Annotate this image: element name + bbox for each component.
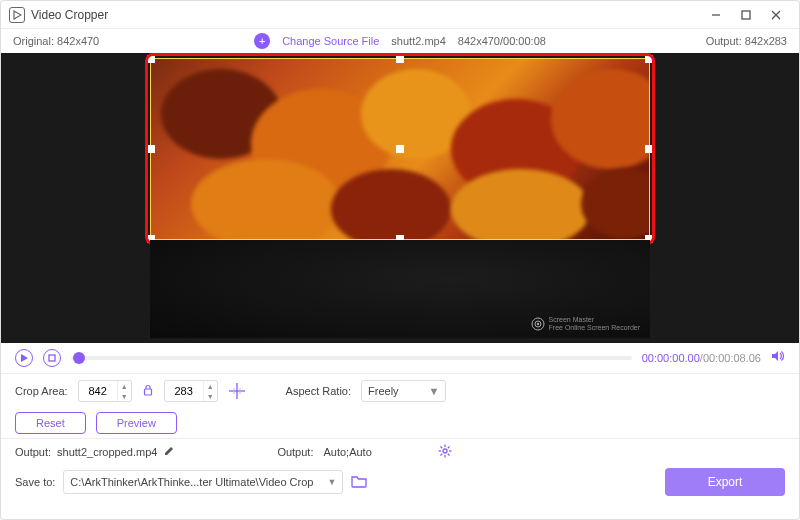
crop-params-row: Crop Area: ▲▼ ▲▼ Aspect Ratio: Freely ▼ (1, 374, 799, 408)
output-file-label: Output: (15, 446, 51, 458)
save-path-select[interactable]: C:\ArkThinker\ArkThinke...ter Ultimate\V… (63, 470, 343, 494)
output-settings-icon[interactable] (438, 444, 452, 460)
output-mode-value: Auto;Auto (323, 446, 371, 458)
volume-icon[interactable] (771, 349, 785, 367)
crop-handle-e[interactable] (645, 145, 653, 153)
app-logo-icon (9, 7, 25, 23)
output-filename: shutt2_cropped.mp4 (57, 446, 157, 458)
svg-marker-10 (772, 351, 778, 361)
crop-height-up[interactable]: ▲ (204, 381, 217, 391)
crop-handle-nw[interactable] (147, 55, 155, 63)
change-source-link[interactable]: Change Source File (282, 35, 379, 47)
svg-rect-11 (144, 389, 151, 395)
playback-controls: 00:00:00.00/00:00:08.06 (1, 343, 799, 373)
save-row: Save to: C:\ArkThinker\ArkThinke...ter U… (1, 465, 799, 499)
crop-height-field[interactable] (165, 385, 203, 397)
crop-width-field[interactable] (79, 385, 117, 397)
video-frame[interactable]: Screen Master Free Online Screen Recorde… (150, 58, 650, 338)
crop-height-input[interactable]: ▲▼ (164, 380, 218, 402)
action-buttons-row: Reset Preview (1, 408, 799, 438)
timeline-scrubber[interactable] (71, 356, 632, 360)
preview-button[interactable]: Preview (96, 412, 177, 434)
save-path-value: C:\ArkThinker\ArkThinke...ter Ultimate\V… (70, 476, 313, 488)
app-title: Video Cropper (31, 8, 108, 22)
crop-handle-ne[interactable] (645, 55, 653, 63)
crop-handle-n[interactable] (396, 55, 404, 63)
app-window: Video Cropper Original: 842x470 + Change… (0, 0, 800, 520)
time-total: 00:00:08.06 (703, 352, 761, 364)
svg-line-24 (440, 454, 442, 456)
crop-selection[interactable] (150, 58, 650, 240)
watermark-line2: Free Online Screen Recorder (549, 324, 640, 332)
titlebar: Video Cropper (1, 1, 799, 29)
svg-marker-0 (14, 11, 21, 19)
svg-rect-9 (49, 355, 55, 361)
play-button[interactable] (15, 349, 33, 367)
playhead[interactable] (73, 352, 85, 364)
crop-handle-center[interactable] (396, 145, 404, 153)
close-button[interactable] (761, 5, 791, 25)
output-row: Output: shutt2_cropped.mp4 Output: Auto;… (1, 439, 799, 465)
stop-button[interactable] (43, 349, 61, 367)
aspect-ratio-label: Aspect Ratio: (286, 385, 351, 397)
aspect-ratio-value: Freely (368, 385, 399, 397)
svg-rect-2 (742, 11, 750, 19)
time-current: 00:00:00.00 (642, 352, 700, 364)
export-button[interactable]: Export (665, 468, 785, 496)
svg-marker-8 (21, 354, 28, 362)
crop-area-label: Crop Area: (15, 385, 68, 397)
source-filename: shutt2.mp4 (391, 35, 445, 47)
reset-button[interactable]: Reset (15, 412, 86, 434)
save-to-label: Save to: (15, 476, 55, 488)
crop-width-input[interactable]: ▲▼ (78, 380, 132, 402)
svg-line-22 (448, 454, 450, 456)
watermark: Screen Master Free Online Screen Recorde… (531, 316, 640, 332)
edit-filename-icon[interactable] (163, 445, 175, 459)
svg-point-7 (536, 323, 538, 325)
add-source-icon[interactable]: + (254, 33, 270, 49)
output-mode-label: Output: (277, 446, 313, 458)
crop-width-up[interactable]: ▲ (118, 381, 131, 391)
svg-line-21 (440, 446, 442, 448)
crop-height-down[interactable]: ▼ (204, 391, 217, 401)
lock-aspect-icon[interactable] (142, 384, 154, 398)
aspect-ratio-select[interactable]: Freely ▼ (361, 380, 446, 402)
chevron-down-icon: ▼ (327, 477, 336, 487)
source-spec: 842x470/00:00:08 (458, 35, 546, 47)
uncropped-region: Screen Master Free Online Screen Recorde… (150, 240, 650, 338)
video-preview-area: Screen Master Free Online Screen Recorde… (1, 53, 799, 343)
svg-point-16 (443, 449, 447, 453)
minimize-button[interactable] (701, 5, 731, 25)
info-bar: Original: 842x470 + Change Source File s… (1, 29, 799, 53)
open-folder-icon[interactable] (351, 474, 367, 490)
center-crop-icon[interactable] (228, 382, 246, 400)
crop-handle-w[interactable] (147, 145, 155, 153)
chevron-down-icon: ▼ (429, 385, 440, 397)
watermark-icon (531, 317, 545, 331)
watermark-line1: Screen Master (549, 316, 640, 324)
maximize-button[interactable] (731, 5, 761, 25)
svg-line-23 (448, 446, 450, 448)
crop-width-down[interactable]: ▼ (118, 391, 131, 401)
